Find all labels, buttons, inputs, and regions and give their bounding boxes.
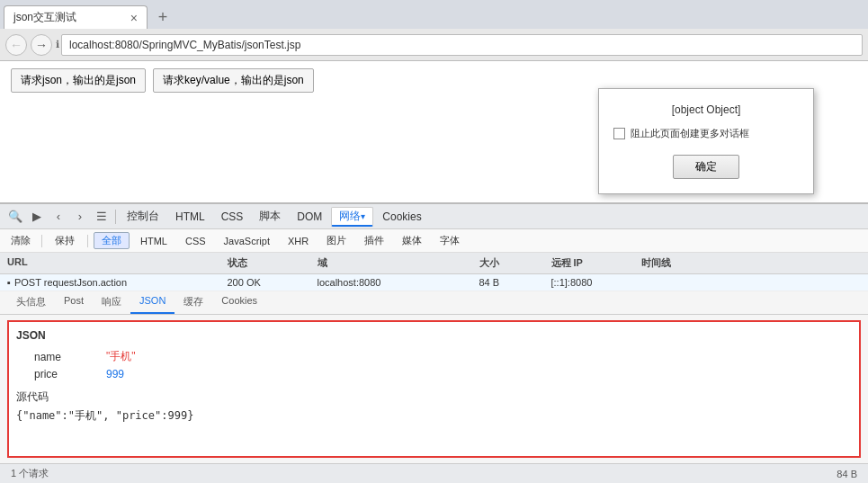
tab-bar: json交互测试 × + — [0, 0, 868, 29]
network-dropdown-icon: ▾ — [361, 211, 365, 221]
detail-tabs: 头信息 Post 响应 JSON 缓存 Cookies — [0, 291, 868, 315]
devtools-tab-html[interactable]: HTML — [168, 207, 212, 227]
filter-js-button[interactable]: JavaScript — [217, 235, 277, 247]
status-size: 84 B — [837, 469, 857, 479]
devtools-panel: 🔍 ▶ ‹ › ☰ 控制台 HTML CSS 脚本 DOM 网络 ▾ Cooki… — [0, 202, 868, 463]
forward-icon: → — [35, 38, 48, 52]
filter-img-button[interactable]: 图片 — [319, 233, 353, 248]
devtools-tab-network[interactable]: 网络 ▾ — [331, 207, 373, 227]
clear-button[interactable]: 清除 — [5, 233, 36, 248]
json-value-name: "手机" — [106, 349, 136, 364]
json-key-name: name — [34, 351, 106, 363]
json-key-price: price — [34, 368, 106, 380]
header-size: 大小 — [479, 255, 551, 272]
toolbar-separator — [115, 210, 116, 224]
json-section-title: JSON — [16, 329, 852, 342]
row-status: 200 OK — [228, 276, 318, 289]
devtools-tab-script[interactable]: 脚本 — [252, 207, 288, 227]
network-table: URL 状态 域 大小 远程 IP 时间线 ▪POST requestJson.… — [0, 253, 868, 463]
address-bar: ← → ℹ — [0, 29, 868, 61]
devtools-filter-bar: 清除 保持 全部 HTML CSS JavaScript XHR 图片 插件 媒… — [0, 229, 868, 253]
filter-media-button[interactable]: 媒体 — [395, 233, 429, 248]
row-size: 84 B — [479, 276, 551, 289]
header-status: 状态 — [228, 255, 318, 272]
address-input[interactable] — [61, 34, 863, 56]
filter-xhr-button[interactable]: XHR — [281, 235, 316, 247]
filter-font-button[interactable]: 字体 — [433, 233, 467, 248]
json-field-price: price 999 — [16, 366, 852, 382]
header-timeline: 时间线 — [641, 255, 862, 272]
alert-checkbox[interactable] — [613, 128, 625, 139]
back-icon: ← — [10, 38, 22, 52]
back-button[interactable]: ← — [5, 34, 27, 56]
alert-checkbox-row: 阻止此页面创建更多对话框 — [613, 127, 799, 140]
list-icon[interactable]: ☰ — [92, 207, 112, 227]
status-bar: 1 个请求 84 B — [0, 463, 868, 483]
console-icon[interactable]: ▶ — [27, 207, 47, 227]
browser-window: json交互测试 × + ← → ℹ 请求json，输出的是json 请求key… — [0, 0, 868, 483]
active-tab[interactable]: json交互测试 × — [4, 5, 148, 29]
detail-tab-cookies[interactable]: Cookies — [212, 291, 266, 314]
row-timeline — [641, 282, 862, 283]
header-url: URL — [7, 255, 228, 272]
alert-checkbox-label: 阻止此页面创建更多对话框 — [631, 127, 749, 140]
detail-tab-cache[interactable]: 缓存 — [174, 291, 212, 314]
devtools-tab-dom[interactable]: DOM — [290, 207, 329, 227]
alert-ok-button[interactable]: 确定 — [673, 155, 739, 179]
tab-title: json交互测试 — [13, 10, 123, 25]
row-domain: localhost:8080 — [318, 276, 479, 289]
detail-tab-response[interactable]: 响应 — [93, 291, 130, 314]
json-field-name: name "手机" — [16, 347, 852, 366]
filter-html-button[interactable]: HTML — [133, 235, 174, 247]
filter-sep2 — [87, 235, 88, 247]
filter-all-button[interactable]: 全部 — [94, 232, 130, 249]
new-tab-button[interactable]: + — [151, 5, 174, 29]
forward-button[interactable]: → — [31, 34, 52, 56]
keep-button[interactable]: 保持 — [48, 233, 82, 248]
filter-sep1 — [41, 235, 42, 247]
page-content: 请求json，输出的是json 请求key/value，输出的是json [ob… — [0, 61, 868, 202]
filter-css-button[interactable]: CSS — [178, 235, 213, 247]
nav-back-icon[interactable]: ‹ — [49, 207, 68, 227]
detail-tab-json[interactable]: JSON — [130, 291, 174, 314]
alert-dialog: [object Object] 阻止此页面创建更多对话框 确定 — [598, 88, 814, 194]
inspect-icon[interactable]: 🔍 — [5, 207, 25, 227]
detail-tab-headers[interactable]: 头信息 — [7, 291, 55, 314]
detail-tab-post[interactable]: Post — [55, 291, 93, 314]
header-remote-ip: 远程 IP — [551, 255, 641, 272]
devtools-tab-console[interactable]: 控制台 — [120, 207, 166, 227]
json-panel: JSON name "手机" price 999 源代码 {"name":"手机… — [7, 320, 861, 458]
alert-btn-row: 确定 — [613, 155, 799, 179]
json-value-price: 999 — [106, 368, 124, 380]
alert-title: [object Object] — [613, 103, 799, 116]
json-source-code: {"name":"手机", "price":999} — [16, 408, 852, 424]
request-keyvalue-button[interactable]: 请求key/value，输出的是json — [153, 68, 314, 93]
tab-close-button[interactable]: × — [130, 11, 138, 25]
devtools-tab-css[interactable]: CSS — [214, 207, 251, 227]
network-row-item[interactable]: ▪POST requestJson.action 200 OK localhos… — [0, 274, 868, 291]
devtools-toolbar: 🔍 ▶ ‹ › ☰ 控制台 HTML CSS 脚本 DOM 网络 ▾ Cooki… — [0, 204, 868, 229]
row-remote-ip: [::1]:8080 — [551, 276, 641, 289]
security-icon: ℹ — [56, 39, 59, 50]
filter-plugin-button[interactable]: 插件 — [357, 233, 391, 248]
header-domain: 域 — [318, 255, 479, 272]
request-json-button[interactable]: 请求json，输出的是json — [11, 68, 146, 93]
expand-arrow: ▪ — [7, 276, 11, 289]
row-url: ▪POST requestJson.action — [7, 276, 228, 289]
nav-fwd-icon[interactable]: › — [70, 207, 90, 227]
status-requests: 1 个请求 — [11, 467, 49, 480]
json-source-title: 源代码 — [16, 389, 852, 405]
devtools-tab-cookies[interactable]: Cookies — [375, 207, 428, 227]
network-table-header: URL 状态 域 大小 远程 IP 时间线 — [0, 253, 868, 274]
